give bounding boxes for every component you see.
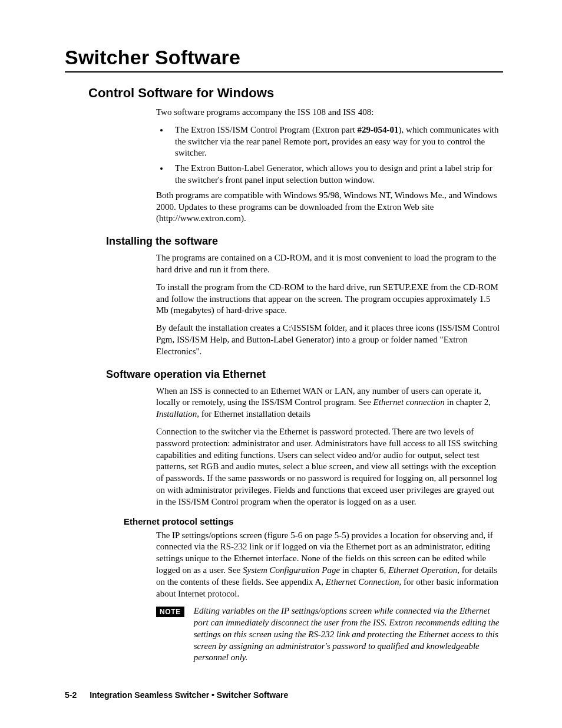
title-rule xyxy=(65,71,503,73)
note-text: Editing variables on the IP settings/opt… xyxy=(194,605,503,664)
paragraph: By default the installation creates a C:… xyxy=(156,322,503,357)
after-bullets-paragraph: Both programs are compatible with Window… xyxy=(156,190,503,225)
chapter-title: Switcher Software xyxy=(65,46,503,69)
text-run: in chapter 6, xyxy=(340,565,388,575)
italic-ref: Ethernet connection xyxy=(373,397,445,407)
page: Switcher Software Control Software for W… xyxy=(0,0,562,728)
footer-text: Integration Seamless Switcher • Switcher… xyxy=(90,690,288,700)
subsection-heading: Software operation via Ethernet xyxy=(106,368,503,381)
page-number: 5-2 xyxy=(65,690,77,700)
subsubsection-heading: Ethernet protocol settings xyxy=(124,516,503,526)
text-run: , for Ethernet installation details xyxy=(197,409,310,419)
bullet-text-pre: The Extron ISS/ISM Control Program (Extr… xyxy=(175,125,358,134)
subsection-heading: Installing the software xyxy=(106,235,503,248)
paragraph: The programs are contained on a CD-ROM, … xyxy=(156,252,503,276)
bullet-list: The Extron ISS/ISM Control Program (Extr… xyxy=(156,124,503,186)
italic-ref: Ethernet Connection xyxy=(326,577,399,587)
part-number: #29-054-01 xyxy=(358,125,399,134)
paragraph: The IP settings/options screen (figure 5… xyxy=(156,530,503,600)
list-item: The Extron ISS/ISM Control Program (Extr… xyxy=(169,124,503,159)
italic-ref: Installation xyxy=(156,409,197,419)
note-block: NOTE Editing variables on the IP setting… xyxy=(156,605,503,664)
paragraph: When an ISS is connected to an Ethernet … xyxy=(156,386,503,420)
intro-paragraph: Two software programs accompany the ISS … xyxy=(156,107,503,118)
italic-ref: System Configuration Page xyxy=(243,565,340,575)
note-badge: NOTE xyxy=(156,607,184,617)
intro-block: Two software programs accompany the ISS … xyxy=(156,107,503,225)
paragraph: Connection to the switcher via the Ether… xyxy=(156,426,503,508)
list-item: The Extron Button-Label Generator, which… xyxy=(169,163,503,186)
page-footer: 5-2 Integration Seamless Switcher • Swit… xyxy=(65,690,288,700)
bullet-text: The Extron Button-Label Generator, which… xyxy=(175,163,492,185)
installing-block: The programs are contained on a CD-ROM, … xyxy=(156,252,503,357)
section-heading: Control Software for Windows xyxy=(88,85,503,101)
italic-ref: Ethernet Operation xyxy=(388,565,457,575)
paragraph: To install the program from the CD-ROM t… xyxy=(156,282,503,317)
ethernet-block: When an ISS is connected to an Ethernet … xyxy=(156,386,503,508)
protocol-block: The IP settings/options screen (figure 5… xyxy=(156,530,503,600)
text-run: in chapter 2, xyxy=(445,397,491,407)
